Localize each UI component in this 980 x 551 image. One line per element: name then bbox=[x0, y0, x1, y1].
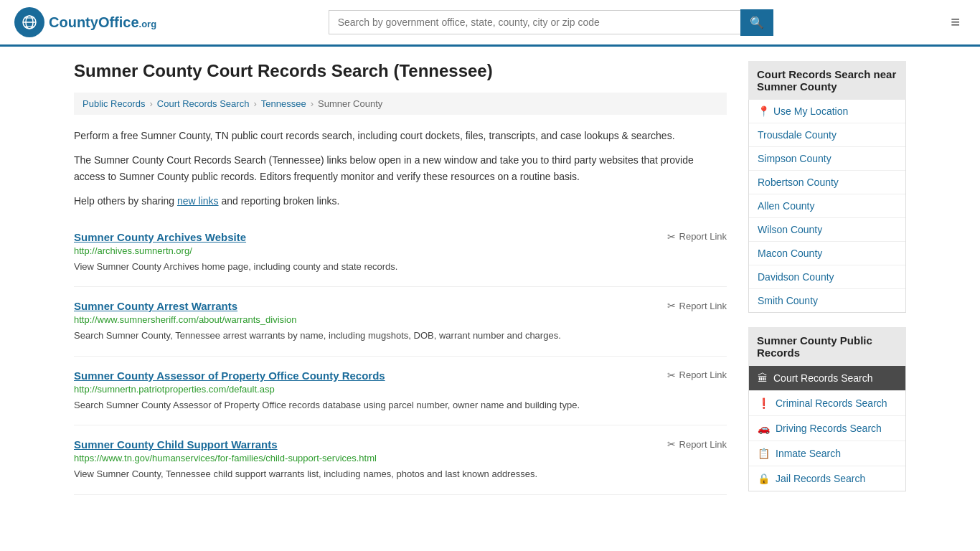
logo-area: CountyOffice.org bbox=[14, 7, 156, 37]
header: CountyOffice.org 🔍 ≡ bbox=[0, 0, 980, 47]
report-link-btn-3[interactable]: ✂ Report Link bbox=[667, 369, 727, 381]
sidebar-item-macon[interactable]: Macon County bbox=[749, 242, 905, 265]
nav-item-court-records[interactable]: 🏛 Court Records Search bbox=[749, 366, 905, 391]
report-icon-4: ✂ bbox=[667, 438, 676, 450]
sidebar-item-wilson[interactable]: Wilson County bbox=[749, 218, 905, 242]
breadcrumb-public-records[interactable]: Public Records bbox=[83, 98, 145, 109]
criminal-records-icon: ❗ bbox=[758, 397, 770, 409]
report-icon-1: ✂ bbox=[667, 231, 676, 242]
report-link-label-1: Report Link bbox=[679, 231, 727, 242]
description-para3-suffix: and reporting broken links. bbox=[219, 195, 340, 207]
allen-link[interactable]: Allen County bbox=[749, 194, 905, 217]
report-link-btn-2[interactable]: ✂ Report Link bbox=[667, 300, 727, 311]
jail-records-label: Jail Records Search bbox=[776, 473, 865, 484]
logo-text: CountyOffice.org bbox=[49, 14, 156, 31]
nav-item-driving-records[interactable]: 🚗 Driving Records Search bbox=[749, 416, 905, 441]
menu-button[interactable]: ≡ bbox=[945, 10, 966, 34]
report-link-label-2: Report Link bbox=[679, 301, 727, 311]
robertson-link[interactable]: Robertson County bbox=[749, 171, 905, 194]
result-header-3: Sumner County Assessor of Property Offic… bbox=[74, 369, 727, 382]
nearby-section-title: Court Records Search near Sumner County bbox=[748, 61, 906, 100]
report-link-label-3: Report Link bbox=[679, 369, 727, 380]
driving-records-link[interactable]: 🚗 Driving Records Search bbox=[749, 416, 905, 441]
sidebar-item-davidson[interactable]: Davidson County bbox=[749, 265, 905, 289]
search-area: 🔍 bbox=[329, 9, 773, 36]
result-url-2[interactable]: http://www.sumnersheriff.com/about/warra… bbox=[74, 314, 727, 325]
court-records-link[interactable]: 🏛 Court Records Search bbox=[749, 366, 905, 390]
sidebar-item-allen[interactable]: Allen County bbox=[749, 194, 905, 218]
breadcrumb-sumner-county: Sumner County bbox=[318, 98, 382, 109]
search-button[interactable]: 🔍 bbox=[740, 9, 773, 36]
simpson-link[interactable]: Simpson County bbox=[749, 147, 905, 170]
page-title: Sumner County Court Records Search (Tenn… bbox=[74, 61, 727, 81]
sidebar-item-simpson[interactable]: Simpson County bbox=[749, 147, 905, 171]
sidebar-item-robertson[interactable]: Robertson County bbox=[749, 171, 905, 194]
public-records-section-title: Sumner County Public Records bbox=[748, 327, 906, 366]
report-link-btn-1[interactable]: ✂ Report Link bbox=[667, 231, 727, 242]
result-url-4[interactable]: https://www.tn.gov/humanservices/for-fam… bbox=[74, 453, 727, 463]
result-desc-3: Search Sumner County Assessor of Propert… bbox=[74, 398, 727, 413]
result-header-2: Sumner County Arrest Warrants ✂ Report L… bbox=[74, 300, 727, 312]
breadcrumb-sep-2: › bbox=[253, 98, 256, 109]
driving-records-icon: 🚗 bbox=[758, 423, 770, 434]
sidebar-item-trousdale[interactable]: Trousdale County bbox=[749, 123, 905, 147]
description-para3-prefix: Help others by sharing bbox=[74, 195, 177, 207]
nav-item-jail-records[interactable]: 🔒 Jail Records Search bbox=[749, 466, 905, 491]
inmate-search-icon: 📋 bbox=[758, 448, 770, 459]
sidebar-item-use-location[interactable]: 📍 Use My Location bbox=[749, 100, 905, 123]
breadcrumb: Public Records › Court Records Search › … bbox=[74, 93, 727, 115]
court-records-icon: 🏛 bbox=[758, 372, 768, 384]
nav-item-inmate-search[interactable]: 📋 Inmate Search bbox=[749, 441, 905, 466]
result-item-3: Sumner County Assessor of Property Offic… bbox=[74, 357, 727, 426]
result-title-1[interactable]: Sumner County Archives Website bbox=[74, 231, 246, 243]
criminal-records-link[interactable]: ❗ Criminal Records Search bbox=[749, 391, 905, 415]
report-link-btn-4[interactable]: ✂ Report Link bbox=[667, 438, 727, 450]
report-icon-2: ✂ bbox=[667, 300, 676, 311]
breadcrumb-sep-3: › bbox=[311, 98, 314, 109]
report-icon-3: ✂ bbox=[667, 369, 676, 381]
result-url-1[interactable]: http://archives.sumnertn.org/ bbox=[74, 245, 727, 256]
jail-records-link[interactable]: 🔒 Jail Records Search bbox=[749, 466, 905, 491]
search-input[interactable] bbox=[329, 10, 740, 34]
breadcrumb-court-records[interactable]: Court Records Search bbox=[157, 98, 250, 109]
result-title-3[interactable]: Sumner County Assessor of Property Offic… bbox=[74, 369, 385, 382]
result-header-4: Sumner County Child Support Warrants ✂ R… bbox=[74, 438, 727, 451]
result-desc-2: Search Sumner County, Tennessee arrest w… bbox=[74, 329, 727, 343]
report-link-label-4: Report Link bbox=[679, 439, 727, 450]
logo-icon bbox=[14, 7, 44, 37]
use-location-inner: 📍 Use My Location bbox=[758, 105, 897, 117]
criminal-records-label: Criminal Records Search bbox=[776, 397, 887, 409]
wilson-link[interactable]: Wilson County bbox=[749, 218, 905, 241]
new-links-link[interactable]: new links bbox=[177, 195, 219, 207]
macon-link[interactable]: Macon County bbox=[749, 242, 905, 265]
content-area: Sumner County Court Records Search (Tenn… bbox=[74, 61, 727, 495]
use-location-label: Use My Location bbox=[773, 105, 848, 117]
result-item-1: Sumner County Archives Website ✂ Report … bbox=[74, 218, 727, 288]
court-records-label: Court Records Search bbox=[773, 372, 873, 384]
sidebar-item-smith[interactable]: Smith County bbox=[749, 289, 905, 312]
inmate-search-label: Inmate Search bbox=[776, 448, 841, 459]
result-title-2[interactable]: Sumner County Arrest Warrants bbox=[74, 300, 237, 312]
breadcrumb-sep-1: › bbox=[149, 98, 152, 109]
nav-item-criminal-records[interactable]: ❗ Criminal Records Search bbox=[749, 391, 905, 416]
description-para3: Help others by sharing new links and rep… bbox=[74, 193, 727, 209]
result-item-2: Sumner County Arrest Warrants ✂ Report L… bbox=[74, 287, 727, 357]
sidebar: Court Records Search near Sumner County … bbox=[748, 61, 906, 495]
smith-link[interactable]: Smith County bbox=[749, 289, 905, 312]
main-container: Sumner County Court Records Search (Tenn… bbox=[60, 47, 920, 509]
description-para1: Perform a free Sumner County, TN public … bbox=[74, 128, 727, 143]
result-desc-4: View Sumner County, Tennessee child supp… bbox=[74, 467, 727, 481]
location-pin-icon: 📍 bbox=[758, 105, 770, 117]
breadcrumb-tennessee[interactable]: Tennessee bbox=[261, 98, 306, 109]
inmate-search-link[interactable]: 📋 Inmate Search bbox=[749, 441, 905, 466]
nearby-links-list: 📍 Use My Location Trousdale County Simps… bbox=[748, 100, 906, 313]
result-url-3[interactable]: http://sumnertn.patriotproperties.com/de… bbox=[74, 384, 727, 395]
result-title-4[interactable]: Sumner County Child Support Warrants bbox=[74, 438, 278, 451]
trousdale-link[interactable]: Trousdale County bbox=[749, 123, 905, 146]
jail-records-icon: 🔒 bbox=[758, 473, 770, 484]
davidson-link[interactable]: Davidson County bbox=[749, 265, 905, 288]
result-item-4: Sumner County Child Support Warrants ✂ R… bbox=[74, 425, 727, 495]
use-location-link[interactable]: 📍 Use My Location bbox=[749, 100, 905, 123]
result-header-1: Sumner County Archives Website ✂ Report … bbox=[74, 231, 727, 243]
description-para2: The Sumner County Court Records Search (… bbox=[74, 152, 727, 184]
